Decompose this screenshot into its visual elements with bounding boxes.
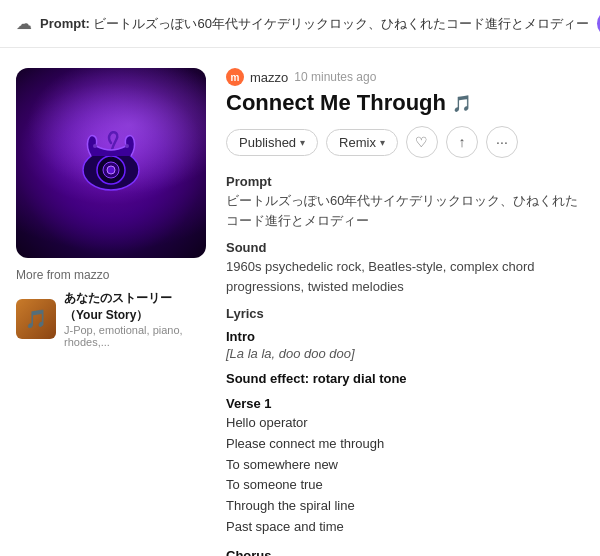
- prompt-section: Prompt ビートルズっぽい60年代サイケデリックロック、ひねくれたコード進行…: [226, 174, 584, 230]
- heart-icon: ♡: [415, 134, 428, 150]
- svg-point-4: [125, 144, 129, 148]
- lyrics-line: Through the spiral line: [226, 496, 584, 517]
- lyrics-section-heading: Intro: [226, 329, 584, 344]
- song-title: Connect Me Through: [226, 90, 446, 116]
- lyrics-line: Hello operator: [226, 413, 584, 434]
- music-note-icon: 🎵: [452, 94, 472, 113]
- lyrics-section-heading: Sound effect: rotary dial tone: [226, 371, 584, 386]
- song-title-line: Connect Me Through 🎵: [226, 90, 584, 116]
- ellipsis-icon: ···: [496, 134, 508, 150]
- share-button[interactable]: ↑: [446, 126, 478, 158]
- svg-point-5: [107, 166, 115, 174]
- lyrics-line: Past space and time: [226, 517, 584, 538]
- more-from-label: More from mazzo: [16, 268, 206, 282]
- lyrics-block: Intro[La la la, doo doo doo]: [226, 329, 584, 361]
- author-name: mazzo: [250, 70, 288, 85]
- lyrics-section: Lyrics Intro[La la la, doo doo doo]Sound…: [226, 306, 584, 556]
- lyrics-label: Lyrics: [226, 306, 584, 321]
- lyrics-line: [La la la, doo doo doo]: [226, 346, 584, 361]
- lyrics-section-heading: Chorus: [226, 548, 584, 556]
- svg-point-3: [93, 144, 97, 148]
- related-title: あなたのストーリー（Your Story）: [64, 290, 206, 324]
- action-row: Published ▾ Remix ▾ ♡ ↑ ···: [226, 126, 584, 158]
- telephone-icon: [66, 118, 156, 208]
- lyrics-line: To somewhere new: [226, 455, 584, 476]
- lyrics-block: ChorusHello operator (operator)Connect m…: [226, 548, 584, 556]
- time-ago: 10 minutes ago: [294, 70, 376, 84]
- related-item[interactable]: 🎵 あなたのストーリー（Your Story） J-Pop, emotional…: [16, 290, 206, 348]
- lyrics-container: Intro[La la la, doo doo doo]Sound effect…: [226, 329, 584, 556]
- related-tags: J-Pop, emotional, piano, rhodes,...: [64, 324, 206, 348]
- cloud-icon: ☁: [16, 14, 32, 33]
- chevron-down-icon: ▾: [300, 137, 305, 148]
- artwork-container: More from mazzo 🎵 あなたのストーリー（Your Story） …: [16, 68, 206, 556]
- topbar: ☁ Prompt: ビートルズっぽい60年代サイケデリックロック、ひねくれたコー…: [0, 0, 600, 48]
- main-content: More from mazzo 🎵 あなたのストーリー（Your Story） …: [0, 48, 600, 556]
- lyrics-line: To someone true: [226, 475, 584, 496]
- author-avatar: m: [226, 68, 244, 86]
- topbar-prompt-text: Prompt: ビートルズっぽい60年代サイケデリックロック、ひねくれたコード進…: [40, 15, 589, 33]
- more-options-button[interactable]: ···: [486, 126, 518, 158]
- song-detail: More from mazzo 🎵 あなたのストーリー（Your Story） …: [16, 68, 584, 556]
- topbar-prompt-area: ☁ Prompt: ビートルズっぽい60年代サイケデリックロック、ひねくれたコー…: [16, 14, 589, 33]
- chevron-down-icon-remix: ▾: [380, 137, 385, 148]
- sound-value: 1960s psychedelic rock, Beatles-style, c…: [226, 257, 584, 296]
- published-button[interactable]: Published ▾: [226, 129, 318, 156]
- sound-section: Sound 1960s psychedelic rock, Beatles-st…: [226, 240, 584, 296]
- lyrics-line: Please connect me through: [226, 434, 584, 455]
- song-artwork: [16, 68, 206, 258]
- lyrics-block: Verse 1Hello operatorPlease connect me t…: [226, 396, 584, 538]
- prompt-value: ビートルズっぽい60年代サイケデリックロック、ひねくれたコード進行とメロディー: [226, 191, 584, 230]
- lyrics-section-heading: Verse 1: [226, 396, 584, 411]
- related-info: あなたのストーリー（Your Story） J-Pop, emotional, …: [64, 290, 206, 348]
- like-button[interactable]: ♡: [406, 126, 438, 158]
- author-line: m mazzo 10 minutes ago: [226, 68, 584, 86]
- song-info: m mazzo 10 minutes ago Connect Me Throug…: [226, 68, 584, 556]
- related-thumbnail: 🎵: [16, 299, 56, 339]
- lyrics-block: Sound effect: rotary dial tone: [226, 371, 584, 386]
- remix-button[interactable]: Remix ▾: [326, 129, 398, 156]
- sound-label: Sound: [226, 240, 584, 255]
- prompt-label: Prompt: [226, 174, 584, 189]
- share-icon: ↑: [458, 134, 465, 150]
